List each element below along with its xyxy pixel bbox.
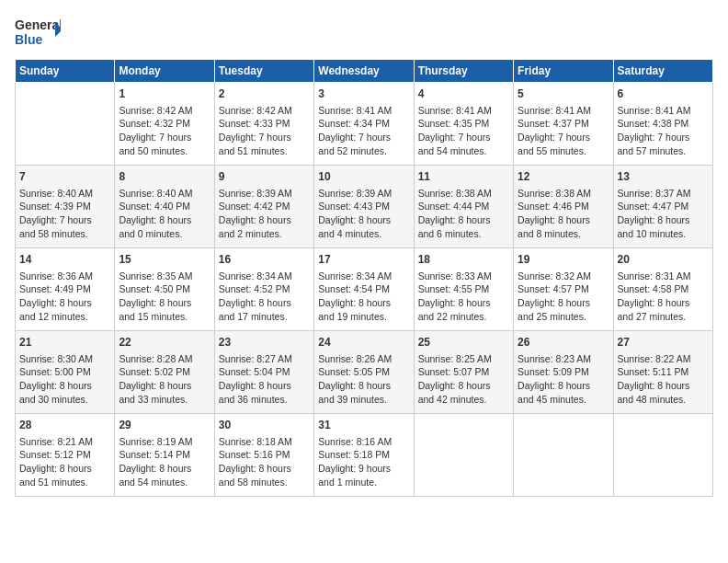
calendar-cell [414,414,513,497]
calendar-cell: 1Sunrise: 8:42 AMSunset: 4:32 PMDaylight… [115,83,214,166]
day-number: 21 [19,335,110,350]
day-info: Sunrise: 8:41 AMSunset: 4:35 PMDaylight:… [418,104,509,158]
day-info: Sunrise: 8:32 AMSunset: 4:57 PMDaylight:… [518,270,609,324]
day-number: 20 [618,252,709,268]
calendar-week-row: 14Sunrise: 8:36 AMSunset: 4:49 PMDayligh… [16,248,713,331]
day-number: 4 [418,86,509,102]
calendar-cell: 29Sunrise: 8:19 AMSunset: 5:14 PMDayligh… [115,414,214,497]
day-info: Sunrise: 8:25 AMSunset: 5:07 PMDaylight:… [418,352,509,407]
calendar-week-row: 1Sunrise: 8:42 AMSunset: 4:32 PMDaylight… [16,83,713,166]
calendar-cell: 4Sunrise: 8:41 AMSunset: 4:35 PMDaylight… [414,83,513,166]
day-number: 1 [119,86,210,102]
calendar-cell: 20Sunrise: 8:31 AMSunset: 4:58 PMDayligh… [613,248,712,331]
weekday-header-friday: Friday [514,60,613,83]
day-number: 28 [19,418,110,433]
day-number: 13 [618,169,709,185]
day-info: Sunrise: 8:35 AMSunset: 4:50 PMDaylight:… [119,270,210,324]
calendar-cell: 12Sunrise: 8:38 AMSunset: 4:46 PMDayligh… [514,166,613,248]
calendar-week-row: 28Sunrise: 8:21 AMSunset: 5:12 PMDayligh… [16,414,713,497]
calendar-cell: 6Sunrise: 8:41 AMSunset: 4:38 PMDaylight… [613,83,712,166]
day-info: Sunrise: 8:34 AMSunset: 4:52 PMDaylight:… [219,270,310,324]
svg-text:Blue: Blue [15,32,43,47]
calendar-cell: 11Sunrise: 8:38 AMSunset: 4:44 PMDayligh… [414,166,513,248]
calendar-cell: 18Sunrise: 8:33 AMSunset: 4:55 PMDayligh… [414,248,513,331]
calendar-cell [613,414,712,497]
calendar-cell: 21Sunrise: 8:30 AMSunset: 5:00 PMDayligh… [16,331,115,414]
logo: General Blue [15,15,61,52]
calendar-cell: 23Sunrise: 8:27 AMSunset: 5:04 PMDayligh… [214,331,313,414]
day-number: 8 [119,169,210,185]
calendar-cell: 15Sunrise: 8:35 AMSunset: 4:50 PMDayligh… [115,248,214,331]
day-info: Sunrise: 8:18 AMSunset: 5:16 PMDaylight:… [219,435,310,489]
day-info: Sunrise: 8:21 AMSunset: 5:12 PMDaylight:… [19,435,110,489]
calendar-cell: 7Sunrise: 8:40 AMSunset: 4:39 PMDaylight… [16,166,115,248]
calendar-cell: 30Sunrise: 8:18 AMSunset: 5:16 PMDayligh… [214,414,313,497]
calendar-cell: 10Sunrise: 8:39 AMSunset: 4:43 PMDayligh… [314,166,414,248]
svg-text:General: General [15,17,61,32]
weekday-header-wednesday: Wednesday [314,60,414,83]
calendar-cell: 19Sunrise: 8:32 AMSunset: 4:57 PMDayligh… [514,248,613,331]
day-info: Sunrise: 8:39 AMSunset: 4:42 PMDaylight:… [219,187,310,241]
day-number: 24 [318,335,409,350]
day-number: 9 [219,169,310,185]
day-number: 3 [318,86,409,102]
day-number: 2 [219,86,310,102]
day-number: 23 [219,335,310,350]
day-number: 19 [518,252,609,268]
day-info: Sunrise: 8:28 AMSunset: 5:02 PMDaylight:… [119,352,210,407]
day-number: 26 [518,335,609,350]
day-info: Sunrise: 8:41 AMSunset: 4:34 PMDaylight:… [318,104,409,158]
page-header: General Blue [15,15,713,52]
calendar-cell: 24Sunrise: 8:26 AMSunset: 5:05 PMDayligh… [314,331,414,414]
day-info: Sunrise: 8:42 AMSunset: 4:32 PMDaylight:… [119,104,210,158]
day-info: Sunrise: 8:16 AMSunset: 5:18 PMDaylight:… [318,435,409,489]
calendar-cell: 9Sunrise: 8:39 AMSunset: 4:42 PMDaylight… [214,166,313,248]
day-info: Sunrise: 8:39 AMSunset: 4:43 PMDaylight:… [318,187,409,241]
weekday-header-saturday: Saturday [613,60,712,83]
calendar-cell: 2Sunrise: 8:42 AMSunset: 4:33 PMDaylight… [214,83,313,166]
day-number: 31 [318,418,409,433]
day-info: Sunrise: 8:38 AMSunset: 4:46 PMDaylight:… [518,187,609,241]
day-info: Sunrise: 8:31 AMSunset: 4:58 PMDaylight:… [618,270,709,324]
day-number: 11 [418,169,509,185]
day-number: 15 [119,252,210,268]
day-number: 22 [119,335,210,350]
calendar-cell: 3Sunrise: 8:41 AMSunset: 4:34 PMDaylight… [314,83,414,166]
weekday-header-monday: Monday [115,60,214,83]
day-info: Sunrise: 8:30 AMSunset: 5:00 PMDaylight:… [19,352,110,407]
calendar-cell [514,414,613,497]
calendar-table: SundayMondayTuesdayWednesdayThursdayFrid… [15,59,713,497]
logo-svg: General Blue [15,15,61,52]
day-number: 7 [19,169,110,185]
weekday-header-thursday: Thursday [414,60,513,83]
day-number: 10 [318,169,409,185]
calendar-cell: 25Sunrise: 8:25 AMSunset: 5:07 PMDayligh… [414,331,513,414]
calendar-cell: 8Sunrise: 8:40 AMSunset: 4:40 PMDaylight… [115,166,214,248]
day-info: Sunrise: 8:27 AMSunset: 5:04 PMDaylight:… [219,352,310,407]
weekday-header-row: SundayMondayTuesdayWednesdayThursdayFrid… [16,60,713,83]
day-info: Sunrise: 8:38 AMSunset: 4:44 PMDaylight:… [418,187,509,241]
day-number: 12 [518,169,609,185]
day-number: 6 [618,86,709,102]
day-number: 30 [219,418,310,433]
day-info: Sunrise: 8:19 AMSunset: 5:14 PMDaylight:… [119,435,210,489]
calendar-cell: 13Sunrise: 8:37 AMSunset: 4:47 PMDayligh… [613,166,712,248]
calendar-cell: 14Sunrise: 8:36 AMSunset: 4:49 PMDayligh… [16,248,115,331]
day-number: 25 [418,335,509,350]
calendar-week-row: 7Sunrise: 8:40 AMSunset: 4:39 PMDaylight… [16,166,713,248]
day-info: Sunrise: 8:33 AMSunset: 4:55 PMDaylight:… [418,270,509,324]
calendar-cell: 5Sunrise: 8:41 AMSunset: 4:37 PMDaylight… [514,83,613,166]
day-info: Sunrise: 8:22 AMSunset: 5:11 PMDaylight:… [618,352,709,407]
calendar-cell [16,83,115,166]
day-info: Sunrise: 8:42 AMSunset: 4:33 PMDaylight:… [219,104,310,158]
day-info: Sunrise: 8:41 AMSunset: 4:38 PMDaylight:… [618,104,709,158]
day-info: Sunrise: 8:36 AMSunset: 4:49 PMDaylight:… [19,270,110,324]
day-number: 18 [418,252,509,268]
calendar-cell: 27Sunrise: 8:22 AMSunset: 5:11 PMDayligh… [613,331,712,414]
day-number: 16 [219,252,310,268]
weekday-header-tuesday: Tuesday [214,60,313,83]
calendar-cell: 17Sunrise: 8:34 AMSunset: 4:54 PMDayligh… [314,248,414,331]
day-info: Sunrise: 8:37 AMSunset: 4:47 PMDaylight:… [618,187,709,241]
day-number: 27 [618,335,709,350]
calendar-cell: 26Sunrise: 8:23 AMSunset: 5:09 PMDayligh… [514,331,613,414]
